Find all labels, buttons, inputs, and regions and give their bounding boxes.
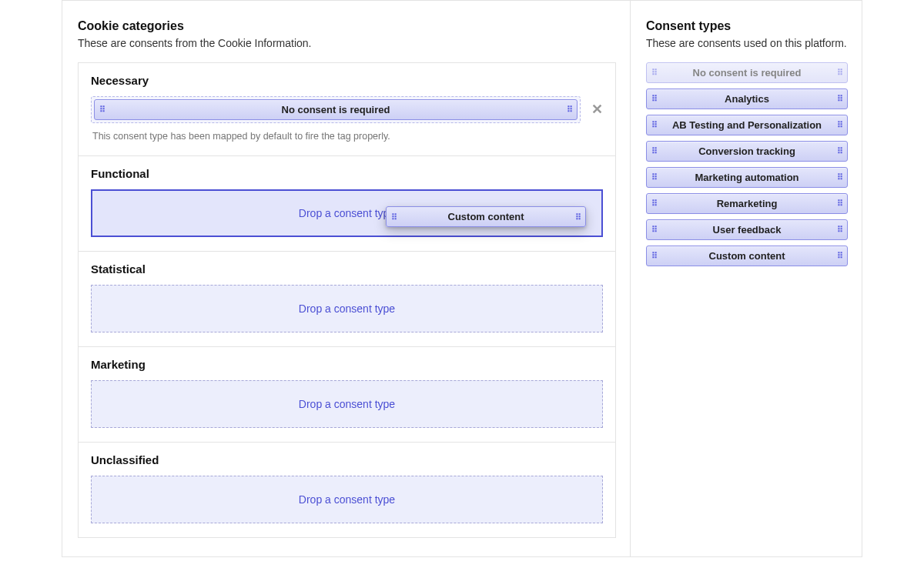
drag-handle-icon: ⠿ [391,215,397,219]
consent-mapping-panel: Cookie categories These are consents fro… [62,0,862,557]
consent-dropzone[interactable]: Drop a consent type [91,285,603,332]
consent-chip-remarketing[interactable]: ⠿ Remarketing ⠿ [646,193,848,214]
consent-types-list: ⠿ No consent is required ⠿ ⠿ Analytics ⠿… [646,62,848,266]
drag-handle-icon: ⠿ [651,71,657,75]
drag-handle-icon: ⠿ [651,149,657,153]
consent-types-subtitle: These are consents used on this platform… [646,36,848,52]
category-marketing: Marketing Drop a consent type [79,347,615,443]
cookie-categories-list: Necessary ⠿ No consent is required ⠿ ✕ [78,62,616,538]
category-hint: This consent type has been mapped by def… [92,131,601,142]
chip-label: Custom content [448,211,524,222]
drag-handle-icon: ⠿ [837,97,842,101]
category-necessary: Necessary ⠿ No consent is required ⠿ ✕ [79,63,615,156]
cookie-categories-title: Cookie categories [78,19,616,33]
drag-handle-icon: ⠿ [651,97,657,101]
cookie-categories-subtitle: These are consents from the Cookie Infor… [78,36,616,52]
consent-dropzone[interactable]: Drop a consent type [91,476,603,523]
drag-handle-icon: ⠿ [837,149,842,153]
dropzone-label: Drop a consent type [299,493,395,506]
consent-chip-ab-testing[interactable]: ⠿ AB Testing and Personalization ⠿ [646,115,848,135]
drag-handle-icon: ⠿ [99,108,105,112]
consent-types-title: Consent types [646,19,848,33]
remove-mapping-button[interactable]: ✕ [591,102,603,116]
chip-label: Analytics [725,93,769,105]
drag-handle-icon: ⠿ [651,228,657,232]
drag-handle-icon: ⠿ [837,254,842,258]
mapped-consent-chip[interactable]: ⠿ No consent is required ⠿ [94,99,578,120]
consent-chip-conversion[interactable]: ⠿ Conversion tracking ⠿ [646,141,848,162]
drag-handle-icon: ⠿ [651,254,657,258]
chip-label: User feedback [713,224,782,236]
consent-chip-analytics[interactable]: ⠿ Analytics ⠿ [646,89,848,109]
drag-handle-icon: ⠿ [651,202,657,205]
category-title: Unclassified [91,453,603,466]
chip-label: AB Testing and Personalization [672,119,822,131]
drag-handle-icon: ⠿ [575,215,581,219]
chip-label: Remarketing [717,198,778,209]
category-statistical: Statistical Drop a consent type [79,252,615,347]
consent-types-column: Consent types These are consents used on… [631,1,862,556]
category-title: Marketing [91,358,603,371]
chip-label: Marketing automation [695,172,798,183]
drag-handle-icon: ⠿ [567,108,572,112]
drag-handle-icon: ⠿ [837,175,842,179]
chip-label: Custom content [709,250,785,262]
drag-handle-icon: ⠿ [837,123,842,127]
dropzone-label: Drop a consent type [299,207,395,219]
chip-label: No consent is required [693,67,802,79]
category-title: Necessary [91,74,603,87]
chip-label: Conversion tracking [698,145,795,157]
drag-handle-icon: ⠿ [651,175,657,179]
consent-chip-marketing-automation[interactable]: ⠿ Marketing automation ⠿ [646,167,848,188]
close-icon: ✕ [591,102,603,117]
consent-chip-custom-content[interactable]: ⠿ Custom content ⠿ [646,246,848,266]
consent-chip-no-consent: ⠿ No consent is required ⠿ [646,62,848,83]
consent-dropzone[interactable]: Drop a consent type [91,380,603,428]
dropzone-label: Drop a consent type [299,302,395,315]
dragging-chip[interactable]: ⠿ Custom content ⠿ [386,206,586,227]
category-unclassified: Unclassified Drop a consent type [79,443,615,537]
drag-handle-icon: ⠿ [651,123,657,127]
cookie-categories-column: Cookie categories These are consents fro… [62,1,631,556]
chip-label: No consent is required [282,104,390,115]
drag-handle-icon: ⠿ [837,71,842,75]
drag-handle-icon: ⠿ [837,228,842,232]
drag-handle-icon: ⠿ [837,202,842,205]
category-functional: Functional Drop a consent type [79,156,615,252]
category-title: Functional [91,167,603,180]
dropzone-label: Drop a consent type [299,398,395,410]
consent-chip-user-feedback[interactable]: ⠿ User feedback ⠿ [646,219,848,240]
category-title: Statistical [91,262,603,276]
